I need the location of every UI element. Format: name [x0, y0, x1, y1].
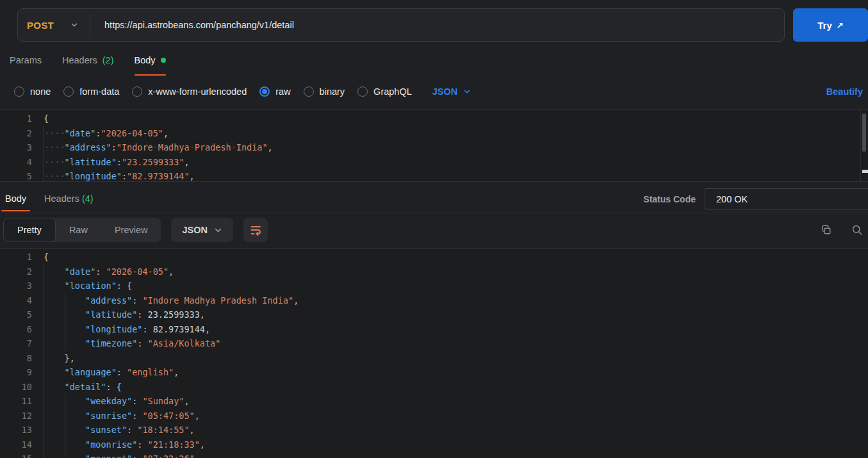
response-format-label: JSON	[182, 225, 208, 235]
response-tab-headers[interactable]: Headers (4)	[44, 192, 94, 212]
status-code-text: 200 OK	[716, 194, 748, 204]
copy-response-button[interactable]	[821, 224, 832, 236]
code-line: 1{	[0, 250, 868, 265]
try-button[interactable]: Try ↗	[793, 8, 868, 42]
wrap-lines-button[interactable]	[243, 218, 268, 242]
body-type-raw[interactable]: raw	[259, 86, 290, 97]
request-tabs: Params Headers (2) Body	[10, 54, 166, 76]
line-number: 1	[0, 111, 32, 126]
request-code-area: 1{2····"date":"2026-04-05",3····"address…	[0, 111, 868, 182]
line-number: 4	[0, 155, 32, 170]
tab-body[interactable]: Body	[135, 54, 166, 76]
code-line: 6 "longitude": 82.9739144,	[0, 322, 868, 337]
code-line: 9 "language": "english",	[0, 365, 868, 380]
line-number: 4	[0, 293, 32, 308]
line-number: 10	[0, 380, 32, 395]
method-select[interactable]: POST	[18, 20, 90, 31]
body-type-urlencoded[interactable]: x-www-form-urlencoded	[132, 86, 247, 97]
line-number: 14	[0, 438, 32, 452]
line-number: 1	[0, 250, 32, 265]
tab-headers[interactable]: Headers (2)	[62, 54, 114, 76]
code-line: 14 "moonrise": "21:18:33",	[0, 438, 868, 452]
status-code-label: Status Code	[643, 194, 696, 204]
code-line: 5 "latitude": 23.2599333,	[0, 307, 868, 322]
line-number: 5	[0, 169, 32, 182]
request-body-editor[interactable]: 1{2····"date":"2026-04-05",3····"address…	[0, 110, 868, 182]
radio-icon	[132, 86, 142, 97]
code-line: 4····"latitude":"23.2599333",	[0, 155, 868, 170]
vertical-scrollbar[interactable]	[862, 113, 866, 152]
response-body-editor[interactable]: 1{2 "date": "2026-04-05",3 "location": {…	[0, 248, 868, 458]
code-line: 11 "weekday": "Sunday",	[0, 394, 868, 409]
radio-icon	[14, 86, 24, 97]
wrap-lines-icon	[249, 224, 262, 236]
code-line: 15 "moonset": "07:22:26",	[0, 452, 868, 458]
line-number: 12	[0, 409, 32, 423]
code-line: 10 "detail": {	[0, 380, 868, 395]
request-url-bar: POST	[17, 8, 785, 42]
body-type-label: binary	[320, 86, 345, 97]
headers-count-badge: (2)	[102, 54, 114, 67]
copy-icon	[821, 224, 832, 236]
body-type-binary[interactable]: binary	[304, 86, 345, 97]
chevron-down-icon	[214, 226, 222, 234]
content-type-label: JSON	[432, 86, 458, 97]
body-type-graphql[interactable]: GraphQL	[357, 86, 412, 97]
beautify-button[interactable]: Beautify	[826, 86, 863, 97]
code-line: 1{	[0, 111, 868, 126]
body-type-none[interactable]: none	[14, 86, 51, 97]
response-format-select[interactable]: JSON	[171, 218, 233, 242]
code-line: 2 "date": "2026-04-05",	[0, 265, 868, 279]
response-tab-headers-label: Headers	[44, 193, 79, 204]
line-number: 7	[0, 336, 32, 351]
response-toolbar: Pretty Raw Preview JSON	[3, 218, 863, 242]
radio-icon	[357, 86, 368, 97]
chevron-down-icon	[70, 21, 78, 29]
search-response-button[interactable]	[851, 224, 863, 236]
line-number: 9	[0, 365, 32, 380]
response-code-area: 1{2 "date": "2026-04-05",3 "location": {…	[0, 250, 868, 458]
content-type-select[interactable]: JSON	[432, 86, 471, 97]
line-number: 8	[0, 351, 32, 366]
external-link-icon: ↗	[837, 20, 844, 30]
code-line: 3 "location": {	[0, 279, 868, 293]
try-button-label: Try	[817, 20, 832, 31]
tab-params[interactable]: Params	[10, 54, 42, 76]
response-tab-body[interactable]: Body	[5, 192, 26, 212]
tab-headers-label: Headers	[62, 54, 97, 67]
body-type-label: form-data	[79, 86, 119, 97]
line-number: 11	[0, 394, 32, 409]
horizontal-scrollbar[interactable]	[862, 170, 868, 173]
url-input[interactable]	[90, 20, 784, 30]
response-toolbar-actions	[821, 224, 863, 236]
code-line: 5····"longitude":"82.9739144",	[0, 169, 868, 182]
view-preview-tab[interactable]: Preview	[101, 218, 161, 242]
body-type-row: none form-data x-www-form-urlencoded raw…	[0, 82, 868, 101]
code-line: 3····"address":"Indore·Madhya·Pradesh·In…	[0, 140, 868, 155]
body-active-dot-icon	[161, 58, 166, 63]
body-type-label: raw	[275, 86, 290, 97]
line-number: 3	[0, 279, 32, 293]
line-number: 2	[0, 265, 32, 279]
code-line: 4 "address": "Indore Madhya Pradesh Indi…	[0, 293, 868, 308]
view-pretty-tab[interactable]: Pretty	[3, 218, 56, 242]
method-label: POST	[27, 20, 54, 31]
code-line: 12 "sunrise": "05:47:05",	[0, 409, 868, 423]
line-number: 5	[0, 307, 32, 322]
status-code-value: 200 OK	[705, 188, 868, 209]
view-raw-tab[interactable]: Raw	[56, 218, 101, 242]
line-number: 6	[0, 322, 32, 337]
response-header: Body Headers (4) Status Code 200 OK	[0, 186, 868, 213]
code-line: 2····"date":"2026-04-05",	[0, 126, 868, 141]
line-number: 3	[0, 140, 32, 155]
line-number: 13	[0, 423, 32, 438]
body-type-form-data[interactable]: form-data	[63, 86, 119, 97]
body-type-label: none	[30, 86, 51, 97]
code-line: 13 "sunset": "18:14:55",	[0, 423, 868, 438]
line-number: 2	[0, 126, 32, 141]
status-code-area: Status Code 200 OK	[643, 188, 868, 209]
response-headers-count-badge: (4)	[82, 193, 94, 204]
radio-icon	[304, 86, 314, 97]
tab-params-label: Params	[10, 54, 42, 67]
search-icon	[851, 224, 863, 236]
